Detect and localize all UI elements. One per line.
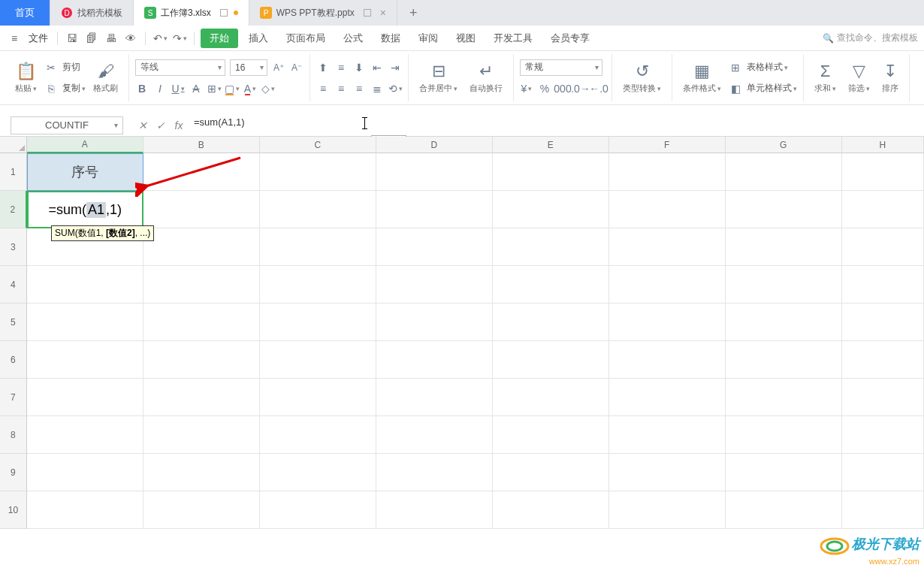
file-menu[interactable]: 文件 (26, 32, 51, 45)
row-header-7[interactable]: 7 (0, 379, 27, 416)
formula-input[interactable]: =sum(A1,1) (188, 116, 924, 134)
command-search[interactable]: 🔍 查找命令、搜索模板 (823, 32, 918, 44)
cell[interactable] (376, 341, 493, 379)
row-header-8[interactable]: 8 (0, 416, 27, 454)
cell[interactable] (842, 304, 924, 341)
cell[interactable] (726, 228, 842, 266)
italic-button[interactable]: I (153, 82, 167, 95)
align-left-icon[interactable]: ≡ (316, 82, 330, 95)
print-icon[interactable]: 🖶 (103, 30, 119, 47)
ribbon-tab-insert[interactable]: 插入 (241, 29, 276, 48)
copy-button[interactable]: 复制▾ (62, 82, 86, 95)
ribbon-tab-devtools[interactable]: 开发工具 (486, 29, 540, 48)
col-header-a[interactable]: A (27, 137, 143, 153)
cell[interactable] (376, 416, 493, 454)
wrap-text-button[interactable]: ↵自动换行 (465, 60, 507, 95)
cell[interactable] (842, 379, 924, 416)
window-maximize-icon[interactable] (220, 9, 228, 17)
cell-b2[interactable] (143, 191, 260, 228)
align-middle-icon[interactable]: ≡ (334, 61, 348, 74)
cut-button[interactable]: 剪切 (62, 61, 80, 74)
row-header-9[interactable]: 9 (0, 454, 27, 491)
row-header-5[interactable]: 5 (0, 304, 27, 341)
fill-color-button[interactable]: ▢▾ (225, 82, 239, 95)
col-header-d[interactable]: D (376, 137, 493, 153)
cell[interactable] (726, 454, 842, 491)
align-center-icon[interactable]: ≡ (334, 82, 348, 95)
cell[interactable] (376, 266, 493, 304)
align-bottom-icon[interactable]: ⬇ (352, 61, 366, 74)
cell-f1[interactable] (609, 153, 726, 191)
cell[interactable] (609, 304, 726, 341)
increase-font-icon[interactable]: A⁺ (272, 61, 285, 74)
cell-c1[interactable] (260, 153, 376, 191)
border-button[interactable]: ⊞▾ (207, 82, 221, 95)
col-header-e[interactable]: E (493, 137, 609, 153)
cell[interactable] (260, 379, 376, 416)
cell[interactable] (726, 379, 842, 416)
align-top-icon[interactable]: ⬆ (316, 61, 330, 74)
cell[interactable] (493, 341, 609, 379)
cell[interactable] (842, 341, 924, 379)
number-format-select[interactable]: 常规 (520, 59, 602, 76)
cell-d1[interactable] (376, 153, 493, 191)
underline-button[interactable]: U▾ (171, 82, 185, 95)
cell[interactable] (609, 379, 726, 416)
cell[interactable] (493, 304, 609, 341)
row-header-1[interactable]: 1 (0, 153, 27, 191)
select-all-corner[interactable] (0, 137, 27, 153)
cell[interactable] (260, 304, 376, 341)
strikethrough-button[interactable]: A (189, 82, 203, 95)
cell[interactable] (260, 416, 376, 454)
cell-a1[interactable]: 序号 (27, 153, 143, 191)
cell[interactable] (842, 454, 924, 491)
row-header-10[interactable]: 10 (0, 491, 27, 529)
row-header-3[interactable]: 3 (0, 228, 27, 266)
cell-b1[interactable] (143, 153, 260, 191)
font-size-select[interactable]: 16 (230, 59, 267, 76)
cell-a2[interactable]: =sum(A1,1) (27, 191, 143, 228)
window-maximize-icon[interactable] (364, 9, 371, 17)
tab-ppt[interactable]: P WPS PPT教程.pptx × (249, 0, 397, 26)
undo-icon[interactable]: ↶▾ (152, 30, 168, 47)
cell-g2[interactable] (726, 191, 842, 228)
cell[interactable] (376, 454, 493, 491)
ribbon-tab-member[interactable]: 会员专享 (543, 29, 597, 48)
clear-format-button[interactable]: ◇▾ (261, 82, 275, 95)
row-header-6[interactable]: 6 (0, 341, 27, 379)
ribbon-tab-formula[interactable]: 公式 (336, 29, 370, 48)
fx-icon[interactable]: fx (170, 119, 188, 131)
cell[interactable] (27, 266, 143, 304)
decrease-decimal-icon[interactable]: ←.0 (592, 82, 605, 95)
menu-icon[interactable]: ≡ (6, 30, 23, 47)
font-name-select[interactable]: 等线 (135, 59, 225, 76)
cell[interactable] (260, 341, 376, 379)
ribbon-tab-start[interactable]: 开始 (201, 29, 238, 48)
cell[interactable] (842, 491, 924, 529)
cell[interactable] (493, 491, 609, 529)
cell[interactable] (143, 416, 260, 454)
col-header-h[interactable]: H (842, 137, 924, 153)
cell[interactable] (143, 379, 260, 416)
cell[interactable] (143, 228, 260, 266)
merge-center-button[interactable]: ⊟合并居中▾ (415, 60, 462, 95)
cell[interactable] (376, 304, 493, 341)
cell[interactable] (260, 228, 376, 266)
print-preview-icon[interactable]: 👁 (122, 30, 139, 47)
table-style-button[interactable]: 表格样式▾ (747, 61, 788, 74)
cell[interactable] (143, 341, 260, 379)
cell[interactable] (143, 304, 260, 341)
cell[interactable] (609, 341, 726, 379)
cell[interactable] (27, 454, 143, 491)
tab-home[interactable]: 首页 (0, 0, 50, 26)
ribbon-tab-data[interactable]: 数据 (373, 29, 408, 48)
sort-button[interactable]: ↧排序 (877, 60, 903, 95)
conditional-format-button[interactable]: ▦条件格式▾ (678, 60, 726, 95)
cell[interactable] (493, 228, 609, 266)
col-header-g[interactable]: G (726, 137, 842, 153)
decrease-font-icon[interactable]: A⁻ (290, 61, 303, 74)
currency-icon[interactable]: ¥▾ (520, 82, 533, 95)
comma-icon[interactable]: 000 (556, 82, 569, 95)
cell[interactable] (726, 266, 842, 304)
name-box[interactable]: COUNTIF (11, 116, 123, 134)
